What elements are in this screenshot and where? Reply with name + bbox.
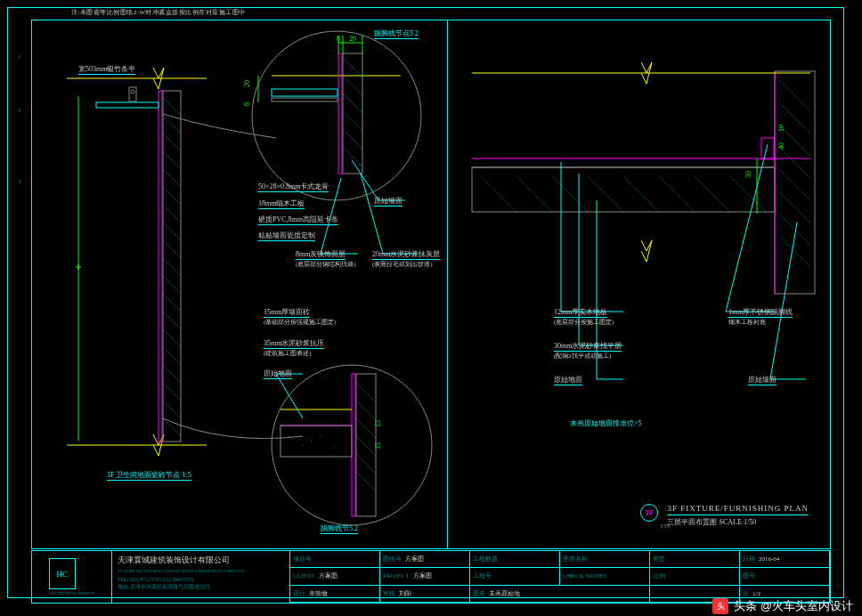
svg-line-6: [163, 169, 181, 187]
svg-line-81: [516, 176, 552, 212]
label-l9: 15mm厚墙面砖: [264, 307, 310, 317]
svg-rect-35: [272, 89, 337, 96]
byline-text: 头条 @火车头室内设计: [734, 598, 853, 614]
svg-rect-49: [352, 374, 355, 516]
svg-line-20: [163, 418, 181, 436]
svg-line-86: [695, 176, 730, 212]
label-l12b: (底层部分按施工图定): [554, 318, 614, 327]
svg-rect-69: [472, 167, 775, 212]
detail-circle-lower: 15 35: [272, 365, 432, 525]
label-l4: 硬质PVC,8mm高阻延卡条: [258, 215, 338, 224]
logo-sub: HUANCHENG DESIGN: [49, 591, 94, 596]
svg-line-4: [163, 134, 181, 151]
svg-rect-27: [338, 53, 342, 174]
svg-point-62: [333, 447, 334, 448]
dim-8b: 8: [243, 102, 251, 106]
detail-title-3: 踢脚线节5.2: [321, 523, 358, 533]
dim-40: 40: [777, 142, 785, 150]
label-l1: 宽503mm银竹条平: [78, 64, 135, 74]
svg-line-15: [163, 329, 181, 347]
svg-line-77: [779, 191, 810, 223]
svg-line-85: [659, 176, 695, 212]
svg-point-60: [302, 444, 303, 445]
svg-line-11: [163, 258, 181, 276]
svg-line-13: [163, 294, 181, 312]
right-section: 30 40 10: [472, 62, 815, 379]
svg-line-76: [779, 169, 810, 200]
svg-rect-0: [159, 91, 162, 442]
svg-rect-28: [343, 53, 362, 174]
svg-point-63: [311, 440, 312, 441]
company-cell: 天津寰城建筑装饰设计有限公司 TIANJIN HUANCHENG DECORAT…: [112, 551, 290, 603]
label-l11: 原始地面: [264, 369, 292, 378]
label-l15: 1mm厚不锈钢踢脚线: [728, 307, 793, 317]
title-grid: 项目号 图纸号方案图 工程标题 系统名称 审定 日期2016-04 CLIENT…: [290, 551, 830, 603]
plan-title-cn: 三层平面布置图 SCALE:1/50: [667, 517, 809, 527]
dim-20b: 20: [243, 80, 251, 87]
svg-line-31: [343, 93, 362, 113]
svg-line-34: [343, 147, 362, 166]
dim-8: 8: [337, 35, 340, 43]
svg-rect-22: [129, 87, 136, 101]
label-l8b: (表面拉毛或划出纹道): [372, 260, 433, 269]
svg-line-56: [356, 472, 376, 491]
svg-line-53: [356, 418, 376, 438]
svg-line-54: [356, 436, 376, 456]
byline: 头 头条 @火车头室内设计: [712, 598, 853, 614]
label-l14: 原始地面: [554, 375, 582, 385]
svg-rect-58: [281, 426, 352, 457]
company-addr: 地址:天津市河西区友谊路与乐园道交口: [118, 583, 284, 590]
svg-line-51: [356, 383, 376, 402]
svg-line-12: [163, 276, 181, 294]
svg-line-83: [588, 176, 623, 212]
svg-line-9: [163, 223, 181, 240]
svg-line-52: [356, 401, 376, 420]
svg-line-65: [276, 374, 303, 418]
label-l2: 50×28×0.8mm卡式龙骨: [258, 182, 329, 191]
svg-point-23: [131, 90, 134, 93]
label-l7b: (底层部分钢结构找墙): [296, 260, 356, 269]
label-l8: 20mm水泥砂浆抹灰层: [372, 249, 440, 259]
svg-line-75: [779, 147, 810, 178]
label-l12: 12mm厚实木地板: [554, 307, 607, 317]
svg-line-19: [163, 401, 181, 418]
svg-line-29: [343, 58, 362, 77]
plan-title: FF TYP. 3F FIXTURE/FURNISHING PLAN 三层平面布…: [667, 504, 809, 527]
dim-10: 10: [777, 125, 785, 132]
dim-35: 35: [374, 442, 382, 450]
svg-line-42: [352, 160, 378, 200]
svg-line-14: [163, 312, 181, 329]
svg-rect-70: [775, 71, 815, 294]
svg-rect-50: [356, 374, 376, 516]
svg-line-10: [163, 240, 181, 258]
svg-line-82: [552, 176, 588, 212]
svg-point-59: [289, 435, 289, 436]
svg-line-46: [361, 174, 383, 254]
svg-line-55: [356, 454, 376, 474]
ff-badge-sub: TYP.: [660, 523, 671, 529]
detail-title-2: 踢脚线节点5.2: [374, 28, 419, 38]
label-l16: 原始墙面: [748, 375, 777, 385]
svg-rect-1: [163, 91, 181, 442]
wall-section-left: [67, 68, 303, 456]
logo-cell: HC HUANCHENG DESIGN: [32, 551, 112, 603]
svg-line-84: [623, 176, 659, 212]
svg-line-78: [779, 214, 810, 245]
svg-line-5: [163, 151, 181, 169]
svg-point-25: [252, 31, 421, 200]
svg-line-8: [163, 205, 181, 223]
dim-20: 20: [349, 35, 356, 43]
company-cn: 天津寰城建筑装饰设计有限公司: [118, 555, 284, 566]
label-l9b: (基础部分按强规施工图定): [264, 318, 337, 327]
svg-line-32: [343, 111, 362, 131]
label-l7: 8mm灰镜饰面层: [296, 249, 346, 259]
company-tel: TEL: 022-87113705 022-58017270: [118, 576, 284, 583]
svg-line-7: [163, 187, 181, 205]
dim-15: 15: [374, 420, 382, 427]
svg-line-17: [163, 365, 181, 383]
svg-rect-36: [272, 98, 337, 101]
svg-line-33: [343, 129, 362, 149]
title-block: HC HUANCHENG DESIGN 天津寰城建筑装饰设计有限公司 TIANJ…: [31, 550, 831, 604]
svg-line-87: [730, 176, 766, 212]
plan-title-en: 3F FIXTURE/FURNISHING PLAN: [667, 504, 809, 515]
